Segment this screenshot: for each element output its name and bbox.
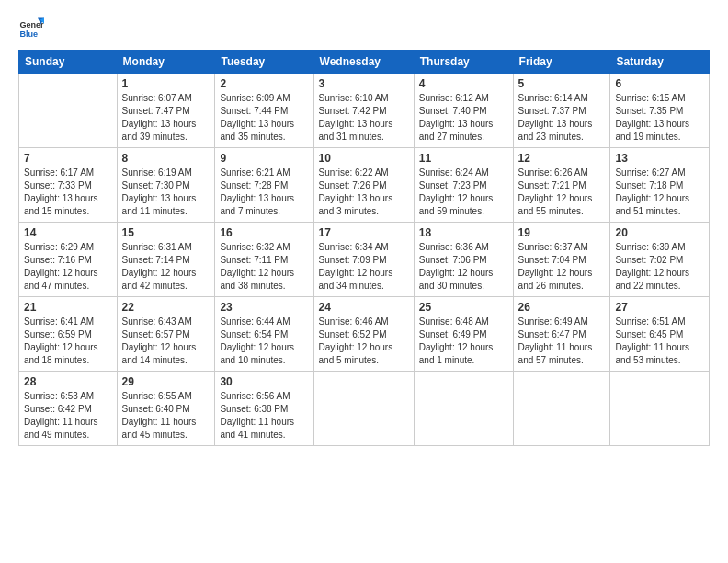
day-cell: [19, 74, 118, 148]
week-row-1: 7Sunrise: 6:17 AMSunset: 7:33 PMDaylight…: [19, 148, 710, 223]
day-cell: 3Sunrise: 6:10 AMSunset: 7:42 PMDaylight…: [313, 74, 414, 148]
day-number: 21: [24, 301, 112, 314]
day-info: Sunrise: 6:12 AMSunset: 7:40 PMDaylight:…: [419, 92, 508, 144]
day-cell: 19Sunrise: 6:37 AMSunset: 7:04 PMDayligh…: [513, 223, 610, 297]
day-cell: [513, 372, 610, 446]
day-info: Sunrise: 6:07 AMSunset: 7:47 PMDaylight:…: [122, 92, 210, 144]
header-tuesday: Tuesday: [215, 51, 313, 74]
day-info: Sunrise: 6:32 AMSunset: 7:11 PMDaylight:…: [220, 241, 308, 293]
day-cell: 28Sunrise: 6:53 AMSunset: 6:42 PMDayligh…: [19, 372, 118, 446]
day-cell: 12Sunrise: 6:26 AMSunset: 7:21 PMDayligh…: [513, 148, 610, 223]
day-number: 8: [122, 152, 210, 165]
day-number: 26: [518, 301, 606, 314]
day-cell: 2Sunrise: 6:09 AMSunset: 7:44 PMDaylight…: [215, 74, 313, 148]
day-number: 3: [319, 77, 409, 90]
day-cell: 13Sunrise: 6:27 AMSunset: 7:18 PMDayligh…: [610, 148, 710, 223]
day-info: Sunrise: 6:21 AMSunset: 7:28 PMDaylight:…: [220, 167, 308, 218]
header-sunday: Sunday: [19, 51, 118, 74]
day-number: 9: [220, 152, 308, 165]
day-number: 6: [615, 77, 704, 90]
day-number: 5: [518, 77, 606, 90]
day-info: Sunrise: 6:14 AMSunset: 7:37 PMDaylight:…: [518, 92, 606, 144]
day-info: Sunrise: 6:56 AMSunset: 6:38 PMDaylight:…: [220, 390, 308, 442]
day-cell: 29Sunrise: 6:55 AMSunset: 6:40 PMDayligh…: [117, 372, 215, 446]
day-info: Sunrise: 6:46 AMSunset: 6:52 PMDaylight:…: [319, 316, 409, 367]
week-row-3: 21Sunrise: 6:41 AMSunset: 6:59 PMDayligh…: [19, 297, 710, 372]
day-cell: 16Sunrise: 6:32 AMSunset: 7:11 PMDayligh…: [215, 223, 313, 297]
day-cell: 1Sunrise: 6:07 AMSunset: 7:47 PMDaylight…: [117, 74, 215, 148]
week-row-2: 14Sunrise: 6:29 AMSunset: 7:16 PMDayligh…: [19, 223, 710, 297]
day-number: 27: [615, 301, 704, 314]
week-row-4: 28Sunrise: 6:53 AMSunset: 6:42 PMDayligh…: [19, 372, 710, 446]
day-cell: 10Sunrise: 6:22 AMSunset: 7:26 PMDayligh…: [313, 148, 414, 223]
day-number: 24: [319, 301, 409, 314]
day-cell: 11Sunrise: 6:24 AMSunset: 7:23 PMDayligh…: [414, 148, 513, 223]
day-info: Sunrise: 6:34 AMSunset: 7:09 PMDaylight:…: [319, 241, 409, 293]
day-number: 12: [518, 152, 606, 165]
day-number: 10: [319, 152, 409, 165]
day-cell: 5Sunrise: 6:14 AMSunset: 7:37 PMDaylight…: [513, 74, 610, 148]
day-info: Sunrise: 6:29 AMSunset: 7:16 PMDaylight:…: [24, 241, 112, 293]
day-info: Sunrise: 6:17 AMSunset: 7:33 PMDaylight:…: [24, 167, 112, 218]
day-number: 16: [220, 226, 308, 239]
day-number: 29: [122, 375, 210, 388]
calendar: SundayMondayTuesdayWednesdayThursdayFrid…: [18, 50, 710, 446]
day-cell: 30Sunrise: 6:56 AMSunset: 6:38 PMDayligh…: [215, 372, 313, 446]
day-cell: 8Sunrise: 6:19 AMSunset: 7:30 PMDaylight…: [117, 148, 215, 223]
day-info: Sunrise: 6:27 AMSunset: 7:18 PMDaylight:…: [615, 167, 704, 218]
day-number: 20: [615, 226, 704, 239]
day-info: Sunrise: 6:44 AMSunset: 6:54 PMDaylight:…: [220, 316, 308, 367]
day-number: 4: [419, 77, 508, 90]
day-info: Sunrise: 6:43 AMSunset: 6:57 PMDaylight:…: [122, 316, 210, 367]
day-number: 22: [122, 301, 210, 314]
header-row: SundayMondayTuesdayWednesdayThursdayFrid…: [19, 51, 710, 74]
day-number: 18: [419, 226, 508, 239]
day-info: Sunrise: 6:49 AMSunset: 6:47 PMDaylight:…: [518, 316, 606, 367]
day-number: 7: [24, 152, 112, 165]
day-number: 28: [24, 375, 112, 388]
header-thursday: Thursday: [414, 51, 513, 74]
day-cell: 15Sunrise: 6:31 AMSunset: 7:14 PMDayligh…: [117, 223, 215, 297]
header-saturday: Saturday: [610, 51, 710, 74]
logo: General Blue: [18, 15, 48, 40]
logo-icon: General Blue: [18, 15, 44, 40]
day-number: 14: [24, 226, 112, 239]
day-info: Sunrise: 6:53 AMSunset: 6:42 PMDaylight:…: [24, 390, 112, 442]
day-info: Sunrise: 6:39 AMSunset: 7:02 PMDaylight:…: [615, 241, 704, 293]
day-info: Sunrise: 6:55 AMSunset: 6:40 PMDaylight:…: [122, 390, 210, 442]
day-cell: 25Sunrise: 6:48 AMSunset: 6:49 PMDayligh…: [414, 297, 513, 372]
day-number: 17: [319, 226, 409, 239]
day-cell: 4Sunrise: 6:12 AMSunset: 7:40 PMDaylight…: [414, 74, 513, 148]
day-cell: 7Sunrise: 6:17 AMSunset: 7:33 PMDaylight…: [19, 148, 118, 223]
day-cell: 14Sunrise: 6:29 AMSunset: 7:16 PMDayligh…: [19, 223, 118, 297]
day-cell: 9Sunrise: 6:21 AMSunset: 7:28 PMDaylight…: [215, 148, 313, 223]
header-friday: Friday: [513, 51, 610, 74]
day-info: Sunrise: 6:48 AMSunset: 6:49 PMDaylight:…: [419, 316, 508, 367]
day-info: Sunrise: 6:19 AMSunset: 7:30 PMDaylight:…: [122, 167, 210, 218]
day-info: Sunrise: 6:41 AMSunset: 6:59 PMDaylight:…: [24, 316, 112, 367]
day-info: Sunrise: 6:31 AMSunset: 7:14 PMDaylight:…: [122, 241, 210, 293]
day-number: 30: [220, 375, 308, 388]
day-info: Sunrise: 6:36 AMSunset: 7:06 PMDaylight:…: [419, 241, 508, 293]
day-info: Sunrise: 6:09 AMSunset: 7:44 PMDaylight:…: [220, 92, 308, 144]
day-cell: 22Sunrise: 6:43 AMSunset: 6:57 PMDayligh…: [117, 297, 215, 372]
week-row-0: 1Sunrise: 6:07 AMSunset: 7:47 PMDaylight…: [19, 74, 710, 148]
day-number: 13: [615, 152, 704, 165]
day-info: Sunrise: 6:24 AMSunset: 7:23 PMDaylight:…: [419, 167, 508, 218]
day-number: 19: [518, 226, 606, 239]
day-cell: 17Sunrise: 6:34 AMSunset: 7:09 PMDayligh…: [313, 223, 414, 297]
day-cell: 6Sunrise: 6:15 AMSunset: 7:35 PMDaylight…: [610, 74, 710, 148]
header-wednesday: Wednesday: [313, 51, 414, 74]
day-info: Sunrise: 6:37 AMSunset: 7:04 PMDaylight:…: [518, 241, 606, 293]
svg-text:Blue: Blue: [19, 29, 38, 39]
day-number: 1: [122, 77, 210, 90]
header-monday: Monday: [117, 51, 215, 74]
day-info: Sunrise: 6:22 AMSunset: 7:26 PMDaylight:…: [319, 167, 409, 218]
day-number: 2: [220, 77, 308, 90]
day-cell: [414, 372, 513, 446]
day-cell: 23Sunrise: 6:44 AMSunset: 6:54 PMDayligh…: [215, 297, 313, 372]
day-cell: 27Sunrise: 6:51 AMSunset: 6:45 PMDayligh…: [610, 297, 710, 372]
day-info: Sunrise: 6:26 AMSunset: 7:21 PMDaylight:…: [518, 167, 606, 218]
day-cell: [313, 372, 414, 446]
day-cell: 26Sunrise: 6:49 AMSunset: 6:47 PMDayligh…: [513, 297, 610, 372]
